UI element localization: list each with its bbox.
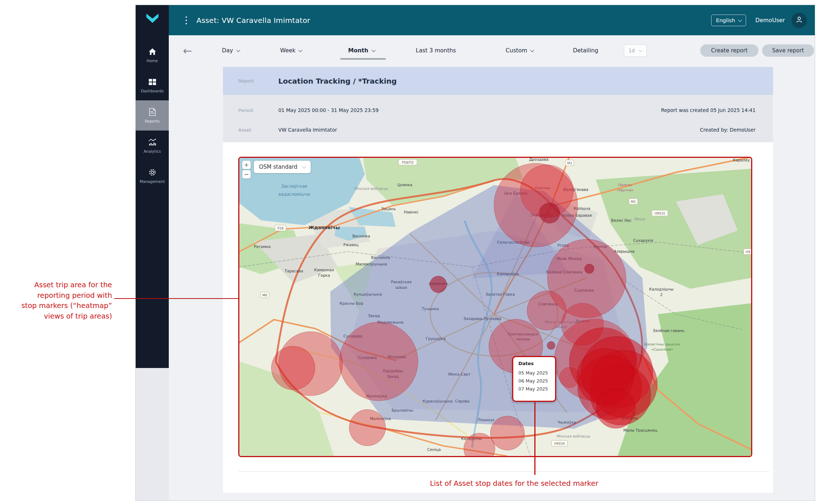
tab-week[interactable]: Week — [280, 35, 302, 66]
tab-day[interactable]: Day — [222, 35, 240, 66]
map-canvas[interactable]: ЗаслаўскаевадасховішчаЖдановічыРатамкаТа… — [239, 158, 751, 456]
tab-last-3-months-label: Last 3 months — [416, 47, 456, 54]
tab-last-3-months[interactable]: Last 3 months — [416, 35, 456, 66]
svg-text:Сеніца: Сеніца — [427, 447, 441, 452]
svg-text:H9034: H9034 — [554, 442, 565, 445]
tooltip-title: Dates — [518, 361, 555, 366]
sidebar-item-reports[interactable]: Reports — [136, 100, 169, 131]
svg-text:Заслаўскае: Заслаўскае — [281, 184, 308, 189]
annotation-trip-area-note: Asset trip area for the reporting period… — [11, 280, 112, 321]
tab-week-label: Week — [280, 47, 295, 54]
svg-text:Малы Трасцянец: Малы Трасцянец — [623, 428, 657, 432]
report-created-by: Created by: DemoUser — [700, 127, 756, 133]
asset-value: VW Caravella Imimtator — [278, 127, 337, 133]
svg-text:Вялікі Лес: Вялікі Лес — [611, 218, 631, 223]
annotation-horizontal-line — [114, 298, 239, 299]
chevron-down-icon — [302, 164, 306, 168]
svg-text:М3: М3 — [567, 161, 572, 165]
sidebar-item-label: Home — [147, 59, 158, 63]
svg-text:«Сцыклева»: «Сцыклева» — [651, 347, 673, 351]
zoom-out-button[interactable]: − — [242, 170, 251, 179]
svg-text:Вяснінка: Вяснінка — [352, 234, 370, 238]
tab-custom-label: Custom — [506, 47, 527, 54]
app-window: Home Dashboards Reports Analytics — [135, 5, 815, 501]
person-icon — [795, 16, 803, 25]
sidebar-item-analytics[interactable]: Analytics — [136, 131, 169, 161]
screenshot-stage: Home Dashboards Reports Analytics — [0, 0, 817, 504]
sidebar-item-dashboards[interactable]: Dashboards — [136, 70, 169, 100]
report-panel: Report Location Tracking / *Tracking Per… — [223, 67, 773, 493]
toolbar: ← Day Week Month Last 3 months Custom D — [169, 35, 815, 66]
report-label: Report — [238, 78, 278, 84]
tab-custom[interactable]: Custom — [506, 35, 534, 66]
report-created-timestamp: Report was created 05 Jun 2025 14:41 — [661, 107, 756, 113]
svg-text:Палігон: Палігон — [618, 183, 632, 187]
header-bar: Asset: VW Caravella Imimtator English De… — [169, 5, 815, 35]
tooltip-date: 06 May 2025 — [518, 377, 555, 385]
chevron-down-icon — [639, 48, 643, 52]
chevron-logo-icon — [145, 13, 160, 26]
map-layer-value: OSM standard — [259, 164, 298, 170]
period-value: 01 May 2025 00:00 - 31 May 2025 23:59 — [278, 107, 379, 113]
language-value: English — [716, 17, 735, 23]
svg-text:2: 2 — [660, 292, 663, 297]
home-icon — [148, 47, 157, 56]
svg-text:Цнянка: Цнянка — [398, 183, 413, 187]
map-layer-selector[interactable]: OSM standard — [254, 161, 311, 173]
map-zoom-controls: + − — [242, 161, 251, 179]
create-report-button[interactable]: Create report — [700, 44, 758, 57]
svg-text:Калодзішчы: Калодзішчы — [649, 287, 674, 291]
svg-text:Біялагічны заказнік: Біялагічны заказнік — [644, 342, 681, 346]
period-row: Period 01 May 2025 00:00 - 31 May 2025 2… — [223, 105, 773, 115]
sidebar-item-label: Reports — [145, 119, 159, 123]
svg-text:Зацань: Зацань — [381, 207, 396, 211]
sidebar-item-label: Analytics — [144, 149, 161, 153]
svg-text:вадасховішча: вадасховішча — [278, 192, 310, 197]
sidebar-item-home[interactable]: Home — [136, 40, 169, 70]
page-title: Asset: VW Caravella Imimtator — [196, 16, 310, 25]
tab-month-label: Month — [348, 47, 368, 54]
user-name: DemoUser — [756, 17, 785, 24]
tab-month[interactable]: Month — [348, 35, 375, 66]
user-avatar[interactable] — [792, 13, 807, 28]
back-button[interactable]: ← — [183, 35, 192, 66]
map-container: ЗаслаўскаевадасховішчаЖдановічыРатамкаТа… — [238, 157, 752, 457]
language-selector[interactable]: English — [711, 15, 746, 26]
analytics-icon — [148, 138, 157, 147]
tooltip-date: 07 May 2025 — [518, 385, 555, 393]
svg-text:Мінск: Мінск — [634, 217, 645, 221]
dashboards-icon — [148, 77, 157, 86]
sidebar-item-label: Dashboards — [141, 89, 163, 93]
save-report-button[interactable]: Save report — [762, 44, 814, 57]
svg-text:М6: М6 — [262, 293, 267, 297]
detailing-select[interactable]: 1d — [624, 35, 647, 66]
svg-text:«Уручча»: «Уручча» — [617, 188, 633, 192]
svg-text:H9: H9 — [746, 250, 750, 254]
stop-dates-tooltip: Dates 05 May 2025 06 May 2025 07 May 202… — [512, 356, 556, 402]
annotation-stop-dates-note: List of Asset stop dates for the selecte… — [430, 479, 598, 488]
zoom-in-button[interactable]: + — [242, 161, 251, 169]
sidebar-item-label: Management — [140, 179, 165, 184]
chevron-down-icon — [738, 17, 742, 21]
panel-divider — [238, 471, 769, 472]
tab-day-label: Day — [222, 47, 233, 54]
svg-text:Каменная: Каменная — [314, 268, 334, 272]
svg-text:H9031: H9031 — [654, 212, 665, 215]
sidebar-item-management[interactable]: Management — [136, 161, 169, 191]
annotation-vertical-line — [534, 402, 535, 475]
chevron-down-icon — [530, 48, 534, 52]
kebab-menu-icon[interactable] — [186, 16, 187, 24]
report-title-band: Report Location Tracking / *Tracking — [223, 67, 773, 95]
asset-row: Asset VW Caravella Imimtator Created by:… — [223, 125, 773, 135]
svg-text:Зялёная гавань: Зялёная гавань — [653, 328, 685, 333]
detailing-value: 1d — [629, 48, 635, 53]
svg-text:Ратамка: Ратамка — [254, 244, 271, 249]
svg-text:Тарасава: Тарасава — [284, 269, 303, 273]
app-logo[interactable] — [136, 10, 169, 29]
svg-text:Мінская вобласць: Мінская вобласць — [556, 434, 590, 438]
report-meta-band: Period 01 May 2025 00:00 - 31 May 2025 2… — [223, 95, 773, 142]
tooltip-date: 05 May 2025 — [518, 369, 555, 377]
svg-text:P28: P28 — [278, 227, 284, 230]
svg-text:Навінкі: Навінкі — [404, 210, 418, 214]
svg-text:Р58/П2: Р58/П2 — [402, 161, 414, 164]
